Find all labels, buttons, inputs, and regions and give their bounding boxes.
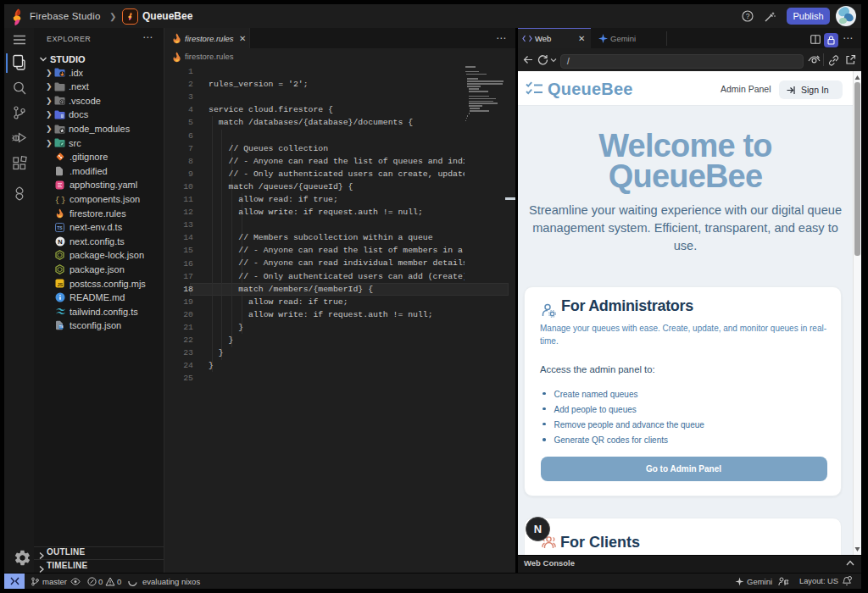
svg-text:JS: JS xyxy=(57,282,63,287)
svg-text:TS: TS xyxy=(57,225,63,230)
svg-text:TS: TS xyxy=(59,326,64,330)
svg-text:?: ? xyxy=(746,12,750,20)
svg-text:{ }: { } xyxy=(55,196,65,204)
svg-text:N: N xyxy=(58,238,62,246)
